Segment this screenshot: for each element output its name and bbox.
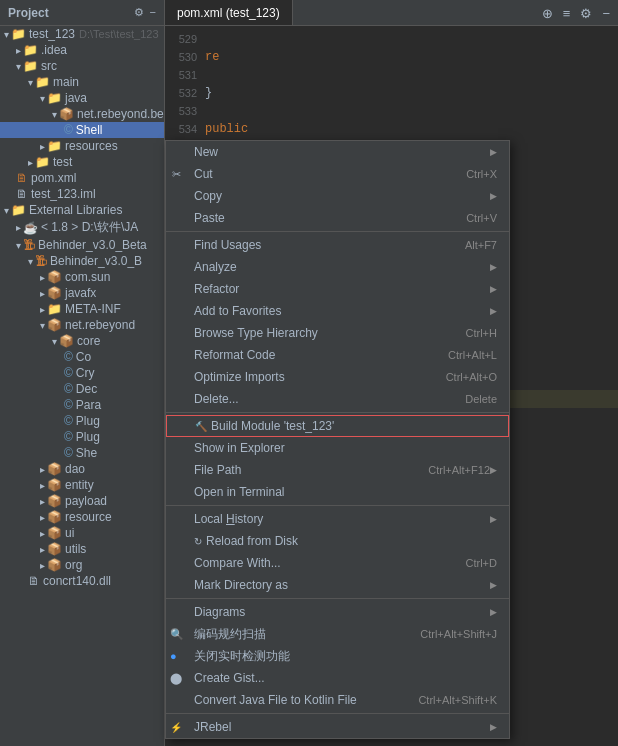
menu-shortcut-hierarchy: Ctrl+H (466, 327, 497, 339)
tree-src[interactable]: ▾ 📁 src (0, 58, 164, 74)
package-icon: 📦 (59, 334, 74, 348)
menu-item-diagrams[interactable]: Diagrams (166, 601, 509, 623)
menu-shortcut-compare: Ctrl+D (466, 557, 497, 569)
tree-item-label: .idea (41, 43, 67, 57)
tree-payload[interactable]: ▸ 📦 payload (0, 493, 164, 509)
toolbar-icon-dash[interactable]: − (602, 6, 610, 21)
tree-behinder[interactable]: ▾ 🗜 Behinder_v3.0_Beta (0, 237, 164, 253)
tree-pom[interactable]: 🗎 pom.xml (0, 170, 164, 186)
menu-item-delete[interactable]: Delete... Delete (166, 388, 509, 410)
tree-concrt[interactable]: 🗎 concrt140.dll (0, 573, 164, 589)
tree-resources[interactable]: ▸ 📁 resources (0, 138, 164, 154)
menu-item-paste[interactable]: Paste Ctrl+V (166, 207, 509, 229)
editor-tab-pom[interactable]: pom.xml (test_123) (165, 0, 293, 25)
menu-item-jrebel[interactable]: ⚡ JRebel (166, 716, 509, 738)
github-icon: ⬤ (170, 672, 182, 685)
menu-item-reformat[interactable]: Reformat Code Ctrl+Alt+L (166, 344, 509, 366)
panel-icon-settings[interactable]: ⚙ (134, 6, 144, 19)
tree-core-c3[interactable]: © Dec (0, 381, 164, 397)
tree-resource[interactable]: ▸ 📦 resource (0, 509, 164, 525)
tree-jdk[interactable]: ▸ ☕ < 1.8 > D:\软件\JA (0, 218, 164, 237)
tree-shell-selected[interactable]: © Shell (0, 122, 164, 138)
tree-meta-inf[interactable]: ▸ 📁 META-INF (0, 301, 164, 317)
tree-javafx[interactable]: ▸ 📦 javafx (0, 285, 164, 301)
menu-item-favorites[interactable]: Add to Favorites (166, 300, 509, 322)
menu-item-terminal[interactable]: Open in Terminal (166, 481, 509, 503)
menu-item-local-history[interactable]: Local History (166, 508, 509, 530)
tree-ext-libs[interactable]: ▾ 📁 External Libraries (0, 202, 164, 218)
menu-item-reload-disk[interactable]: ↻ Reload from Disk (166, 530, 509, 552)
menu-item-refactor[interactable]: Refactor (166, 278, 509, 300)
menu-item-find-usages[interactable]: Find Usages Alt+F7 (166, 234, 509, 256)
tree-org[interactable]: ▸ 📦 org (0, 557, 164, 573)
menu-item-create-gist[interactable]: ⬤ Create Gist... (166, 667, 509, 689)
menu-item-code-scan[interactable]: 🔍 编码规约扫描 Ctrl+Alt+Shift+J (166, 623, 509, 645)
arrow-icon: ▾ (40, 320, 45, 331)
menu-item-analyze[interactable]: Analyze (166, 256, 509, 278)
menu-item-show-explorer[interactable]: Show in Explorer (166, 437, 509, 459)
arrow-icon: ▸ (40, 528, 45, 539)
tree-core-c5[interactable]: © Plug (0, 413, 164, 429)
menu-item-copy[interactable]: Copy (166, 185, 509, 207)
code-line: 531 (165, 66, 618, 84)
tree-entity[interactable]: ▸ 📦 entity (0, 477, 164, 493)
menu-label-diagrams: Diagrams (194, 605, 490, 619)
tree-behinder-b[interactable]: ▾ 🗜 Behinder_v3.0_B (0, 253, 164, 269)
iml-icon: 🗎 (16, 187, 28, 201)
tree-ui[interactable]: ▸ 📦 ui (0, 525, 164, 541)
tree-net-rebeyond2[interactable]: ▾ 📦 net.rebeyond (0, 317, 164, 333)
tree-core-c4[interactable]: © Para (0, 397, 164, 413)
package-icon: 📦 (47, 494, 62, 508)
tree-item-label: dao (65, 462, 85, 476)
toolbar-icon-plus[interactable]: ⊕ (542, 6, 553, 21)
menu-item-build-module[interactable]: 🔨 Build Module 'test_123' (166, 415, 509, 437)
menu-item-optimize[interactable]: Optimize Imports Ctrl+Alt+O (166, 366, 509, 388)
menu-item-mark-dir[interactable]: Mark Directory as (166, 574, 509, 596)
tree-core-c1[interactable]: © Co (0, 349, 164, 365)
tree-main[interactable]: ▾ 📁 main (0, 74, 164, 90)
menu-item-hierarchy[interactable]: Browse Type Hierarchy Ctrl+H (166, 322, 509, 344)
tree-core-c6[interactable]: © Plug (0, 429, 164, 445)
menu-item-compare[interactable]: Compare With... Ctrl+D (166, 552, 509, 574)
tree-java[interactable]: ▾ 📁 java (0, 90, 164, 106)
arrow-icon: ▸ (40, 560, 45, 571)
build-icon: 🔨 (195, 421, 207, 432)
line-num: 534 (165, 123, 205, 135)
menu-label-local-history: Local History (194, 512, 490, 526)
menu-item-new[interactable]: New (166, 141, 509, 163)
arrow-icon: ▸ (40, 464, 45, 475)
tree-core-c7[interactable]: © She (0, 445, 164, 461)
menu-item-cut[interactable]: ✂ Cut Ctrl+X (166, 163, 509, 185)
tree-project-root[interactable]: ▾ 📁 test_123 D:\Test\test_123 (0, 26, 164, 42)
code-line: 534 public (165, 120, 618, 138)
menu-label-compare: Compare With... (194, 556, 446, 570)
tree-dao[interactable]: ▸ 📦 dao (0, 461, 164, 477)
menu-shortcut-filepath: Ctrl+Alt+F12 (428, 464, 490, 476)
folder-icon: 📁 (23, 43, 38, 57)
menu-item-realtime[interactable]: ● 关闭实时检测功能 (166, 645, 509, 667)
folder-icon: 📁 (35, 155, 50, 169)
tree-core2[interactable]: ▾ 📦 core (0, 333, 164, 349)
tree-test[interactable]: ▸ 📁 test (0, 154, 164, 170)
toolbar-icon-gear[interactable]: ⚙ (580, 6, 592, 21)
tree-net-rebeyond[interactable]: ▾ 📦 net.rebeyond.behinder.core (0, 106, 164, 122)
menu-shortcut-delete: Delete (465, 393, 497, 405)
tree-com-sun[interactable]: ▸ 📦 com.sun (0, 269, 164, 285)
package-icon: 📦 (47, 318, 62, 332)
tree-idea[interactable]: ▸ 📁 .idea (0, 42, 164, 58)
jar-icon: 🗜 (35, 254, 47, 268)
project-name: test_123 (29, 27, 75, 41)
menu-item-convert-kotlin[interactable]: Convert Java File to Kotlin File Ctrl+Al… (166, 689, 509, 711)
panel-icon-close[interactable]: − (150, 6, 156, 19)
menu-label-build-module: Build Module 'test_123' (211, 419, 496, 433)
tree-core-c2[interactable]: © Cry (0, 365, 164, 381)
arrow-icon: ▸ (28, 157, 33, 168)
tree-item-label: Plug (76, 414, 100, 428)
menu-label-analyze: Analyze (194, 260, 490, 274)
tree-utils[interactable]: ▸ 📦 utils (0, 541, 164, 557)
tree-iml[interactable]: 🗎 test_123.iml (0, 186, 164, 202)
menu-item-file-path[interactable]: File Path Ctrl+Alt+F12 (166, 459, 509, 481)
tree-item-label: She (76, 446, 97, 460)
toolbar-icon-lines[interactable]: ≡ (563, 6, 571, 21)
tree-item-label: Dec (76, 382, 97, 396)
